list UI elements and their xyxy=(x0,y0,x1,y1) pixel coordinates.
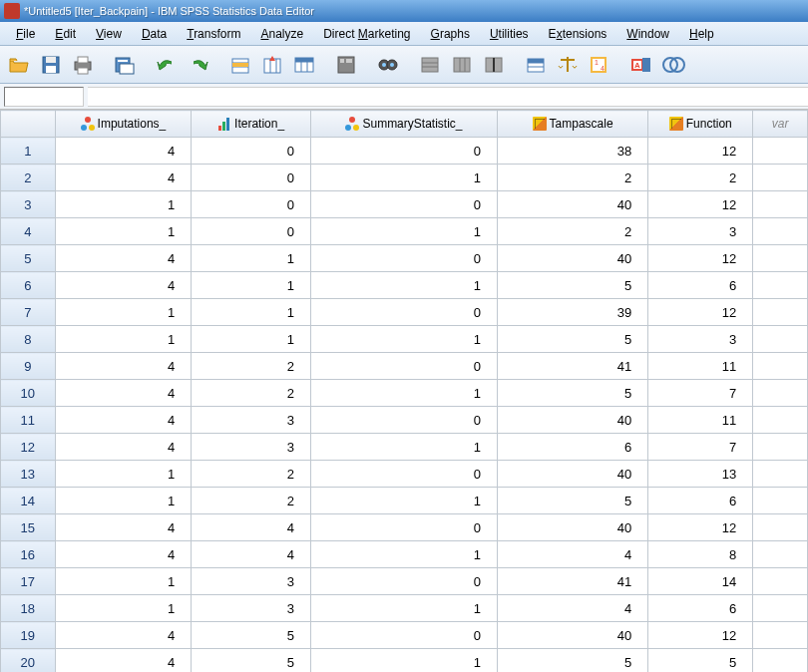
row-header[interactable]: 11 xyxy=(1,407,56,434)
data-cell[interactable]: 4 xyxy=(55,380,192,407)
data-cell[interactable]: 0 xyxy=(192,218,311,245)
menu-window[interactable]: Window xyxy=(616,24,679,44)
data-cell[interactable]: 4 xyxy=(55,407,192,434)
data-cell[interactable]: 3 xyxy=(192,407,311,434)
data-cell[interactable]: 1 xyxy=(310,272,497,299)
data-cell-empty[interactable] xyxy=(753,488,808,514)
data-cell[interactable]: 41 xyxy=(497,568,647,595)
row-header[interactable]: 19 xyxy=(1,622,56,649)
row-header[interactable]: 12 xyxy=(1,434,56,461)
data-cell[interactable]: 13 xyxy=(648,461,753,488)
data-cell[interactable]: 1 xyxy=(310,488,497,514)
undo-button[interactable] xyxy=(152,50,182,80)
row-header[interactable]: 15 xyxy=(1,514,56,541)
column-header-summarystatistic[interactable]: SummaryStatistic_ xyxy=(310,111,497,138)
data-cell[interactable]: 2 xyxy=(497,218,647,245)
data-cell[interactable]: 3 xyxy=(648,218,753,245)
data-cell[interactable]: 4 xyxy=(55,434,192,461)
data-cell[interactable]: 12 xyxy=(648,622,753,649)
data-cell-empty[interactable] xyxy=(753,138,808,165)
insert-variable-button[interactable] xyxy=(447,50,477,80)
column-header-function[interactable]: Function xyxy=(648,111,753,138)
data-cell[interactable]: 5 xyxy=(648,649,753,673)
data-cell[interactable]: 40 xyxy=(497,407,647,434)
menu-extensions[interactable]: Extensions xyxy=(539,24,617,44)
column-header-iteration[interactable]: Iteration_ xyxy=(192,111,311,138)
data-cell[interactable]: 1 xyxy=(55,191,192,218)
data-cell[interactable]: 4 xyxy=(55,272,192,299)
data-cell-empty[interactable] xyxy=(753,622,808,649)
data-cell-empty[interactable] xyxy=(753,461,808,488)
data-cell[interactable]: 1 xyxy=(192,245,311,272)
data-cell[interactable]: 0 xyxy=(310,353,497,380)
data-cell[interactable]: 5 xyxy=(497,488,647,514)
data-cell[interactable]: 2 xyxy=(192,488,311,514)
data-cell[interactable]: 5 xyxy=(497,272,647,299)
goto-variable-button[interactable] xyxy=(257,50,287,80)
corner-cell[interactable] xyxy=(1,111,56,138)
data-cell-empty[interactable] xyxy=(753,272,808,299)
print-button[interactable] xyxy=(68,50,98,80)
data-cell[interactable]: 4 xyxy=(55,165,192,191)
menu-direct-marketing[interactable]: Direct Marketing xyxy=(313,24,420,44)
data-cell[interactable]: 5 xyxy=(497,380,647,407)
data-cell[interactable]: 12 xyxy=(648,514,753,541)
data-cell[interactable]: 40 xyxy=(497,622,647,649)
row-header[interactable]: 17 xyxy=(1,568,56,595)
row-header[interactable]: 9 xyxy=(1,353,56,380)
data-cell[interactable]: 0 xyxy=(310,299,497,326)
insert-cases-button[interactable] xyxy=(415,50,445,80)
data-cell[interactable]: 4 xyxy=(192,541,311,568)
save-button[interactable] xyxy=(36,50,66,80)
data-cell[interactable]: 4 xyxy=(497,595,647,622)
data-cell[interactable]: 0 xyxy=(192,165,311,191)
row-header[interactable]: 16 xyxy=(1,541,56,568)
data-cell[interactable]: 1 xyxy=(310,380,497,407)
cell-value-input[interactable] xyxy=(88,87,808,107)
menu-utilities[interactable]: Utilities xyxy=(480,24,539,44)
data-cell-empty[interactable] xyxy=(753,649,808,673)
run-descriptives-button[interactable] xyxy=(331,50,361,80)
data-cell[interactable]: 0 xyxy=(310,407,497,434)
data-cell[interactable]: 1 xyxy=(55,299,192,326)
data-cell-empty[interactable] xyxy=(753,595,808,622)
data-cell[interactable]: 1 xyxy=(55,568,192,595)
data-cell[interactable]: 5 xyxy=(192,622,311,649)
data-cell[interactable]: 4 xyxy=(55,622,192,649)
data-cell[interactable]: 1 xyxy=(310,649,497,673)
data-cell[interactable]: 1 xyxy=(310,541,497,568)
data-cell[interactable]: 4 xyxy=(55,649,192,673)
data-cell[interactable]: 0 xyxy=(310,461,497,488)
row-header[interactable]: 1 xyxy=(1,138,56,165)
data-cell[interactable]: 40 xyxy=(497,245,647,272)
data-cell[interactable]: 1 xyxy=(55,218,192,245)
data-cell[interactable]: 6 xyxy=(497,434,647,461)
select-cases-button[interactable] xyxy=(553,50,583,80)
data-cell-empty[interactable] xyxy=(753,541,808,568)
row-header[interactable]: 7 xyxy=(1,299,56,326)
data-cell[interactable]: 1 xyxy=(192,326,311,353)
data-cell[interactable]: 14 xyxy=(648,568,753,595)
data-cell[interactable]: 1 xyxy=(310,434,497,461)
data-cell-empty[interactable] xyxy=(753,407,808,434)
data-cell[interactable]: 7 xyxy=(648,434,753,461)
data-cell[interactable]: 4 xyxy=(55,245,192,272)
data-cell[interactable]: 40 xyxy=(497,461,647,488)
data-cell[interactable]: 11 xyxy=(648,353,753,380)
data-cell[interactable]: 2 xyxy=(192,461,311,488)
menu-analyze[interactable]: Analyze xyxy=(250,24,313,44)
weight-cases-button[interactable] xyxy=(521,50,551,80)
value-labels-button[interactable]: 14 xyxy=(585,50,614,80)
data-cell[interactable]: 0 xyxy=(192,138,311,165)
open-button[interactable] xyxy=(4,50,34,80)
data-cell[interactable]: 11 xyxy=(648,407,753,434)
data-cell-empty[interactable] xyxy=(753,245,808,272)
data-cell-empty[interactable] xyxy=(753,568,808,595)
data-cell[interactable]: 5 xyxy=(497,326,647,353)
data-cell[interactable]: 2 xyxy=(192,380,311,407)
row-header[interactable]: 18 xyxy=(1,595,56,622)
data-cell[interactable]: 3 xyxy=(648,326,753,353)
data-cell[interactable]: 5 xyxy=(192,649,311,673)
data-grid[interactable]: Imputations_Iteration_SummaryStatistic_T… xyxy=(0,110,808,672)
data-cell[interactable]: 2 xyxy=(497,165,647,191)
